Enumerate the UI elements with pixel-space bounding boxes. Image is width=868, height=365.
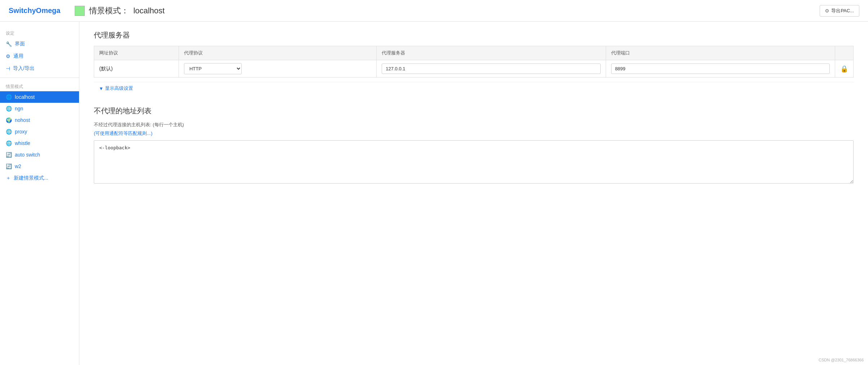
proxy-section-title: 代理服务器 [94,30,854,40]
cell-proxy-port[interactable] [606,60,835,78]
globe-icon-localhost: 🌐 [6,94,12,100]
sidebar-item-w2[interactable]: 🔄 w2 [0,160,79,172]
no-proxy-textarea[interactable]: <-loopback> [94,140,854,184]
globe-icon-ngn: 🌐 [6,106,12,111]
sidebar-item-new-profile[interactable]: ＋ 新建情景模式... [0,172,79,184]
cell-lock[interactable]: 🔒 [835,60,854,78]
sidebar-item-interface[interactable]: 🔧 界面 [0,38,79,50]
col-header-proxy-port: 代理端口 [606,46,835,60]
export-pac-icon: ⊙ [825,8,829,13]
col-header-url-protocol: 网址协议 [94,46,179,60]
cell-proxy-server[interactable] [377,60,606,78]
chevron-down-icon: ▼ [99,86,104,91]
sidebar-item-auto-switch[interactable]: 🔄 auto switch [0,149,79,160]
profiles-section-label: 情景模式 [0,81,79,91]
col-header-actions [835,46,854,60]
cell-url-protocol: (默认) [94,60,179,78]
sidebar-item-localhost[interactable]: 🌐 localhost [0,91,79,103]
proxy-server-input[interactable] [382,63,600,74]
proxy-table: 网址协议 代理协议 代理服务器 代理端口 (默认) HTTP HTTPS SOC… [94,46,854,78]
col-header-proxy-server: 代理服务器 [377,46,606,60]
proxy-protocol-select[interactable]: HTTP HTTPS SOCKS4 SOCKS5 [184,63,242,74]
sidebar-item-ngn[interactable]: 🌐 ngn [0,103,79,114]
lock-icon[interactable]: 🔒 [840,65,848,72]
sidebar-item-proxy[interactable]: 🌐 proxy [0,126,79,137]
settings-section-label: 设定 [0,27,79,38]
main-content: 代理服务器 网址协议 代理协议 代理服务器 代理端口 (默认) HTTP [79,22,868,365]
sidebar-item-whistle[interactable]: 🌐 whistle [0,137,79,149]
body-layout: 设定 🔧 界面 ⚙ 通用 ⊣ 导入/导出 情景模式 🌐 localhost 🌐 … [0,22,868,365]
recycle-icon-w2: 🔄 [6,163,12,169]
proxy-port-input[interactable] [611,63,830,74]
gear-icon: ⚙ [6,53,10,59]
advanced-settings-toggle[interactable]: ▼ 显示高级设置 [94,82,854,94]
cell-proxy-protocol[interactable]: HTTP HTTPS SOCKS4 SOCKS5 [179,60,376,78]
globe-icon-proxy: 🌐 [6,129,12,135]
col-header-proxy-protocol: 代理协议 [179,46,376,60]
sidebar-item-nohost[interactable]: 🌍 nohost [0,114,79,126]
no-proxy-section-title: 不代理的地址列表 [94,106,854,116]
globe-icon-nohost: 🌍 [6,117,12,123]
wrench-icon: 🔧 [6,41,12,47]
sidebar-item-import-export[interactable]: ⊣ 导入/导出 [0,62,79,75]
table-row: (默认) HTTP HTTPS SOCKS4 SOCKS5 [94,60,854,78]
export-pac-button[interactable]: ⊙ 导出PAC... [820,5,859,17]
header-actions: ⊙ 导出PAC... [820,5,859,17]
page-title-area: 情景模式： localhost [75,5,820,16]
footer-credit: CSDN @2301_76866366 [819,358,864,362]
no-proxy-hint[interactable]: (可使用通配符等匹配规则...) [94,130,854,137]
plus-icon: ＋ [6,175,11,181]
globe-icon-whistle: 🌐 [6,140,12,146]
recycle-icon-auto-switch: 🔄 [6,152,12,158]
no-proxy-section: 不代理的地址列表 不经过代理连接的主机列表: (每行一个主机) (可使用通配符等… [94,106,854,185]
import-export-icon: ⊣ [6,66,10,71]
sidebar-item-general[interactable]: ⚙ 通用 [0,50,79,62]
page-title: 情景模式： localhost [89,5,165,16]
sidebar-divider [0,78,79,78]
profile-color-indicator [75,6,85,16]
header: SwitchyOmega 情景模式： localhost ⊙ 导出PAC... [0,0,868,22]
sidebar: 设定 🔧 界面 ⚙ 通用 ⊣ 导入/导出 情景模式 🌐 localhost 🌐 … [0,22,79,365]
no-proxy-description: 不经过代理连接的主机列表: (每行一个主机) [94,122,854,128]
app-logo: SwitchyOmega [9,6,60,15]
